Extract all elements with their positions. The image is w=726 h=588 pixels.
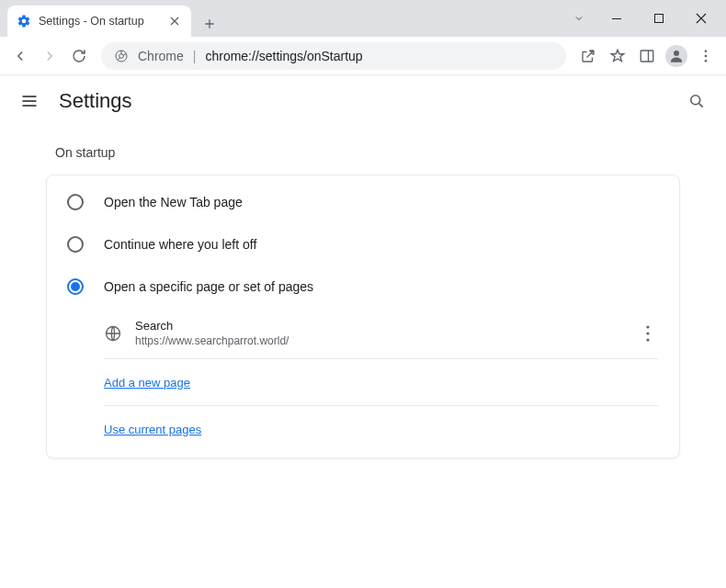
chrome-icon <box>114 49 129 63</box>
close-tab-icon[interactable] <box>167 14 182 28</box>
radio-icon <box>67 236 84 253</box>
svg-point-9 <box>705 59 708 62</box>
omnibox-url: chrome://settings/onStartup <box>205 49 362 63</box>
new-tab-button[interactable] <box>197 11 222 37</box>
omnibox-prefix: Chrome <box>138 49 184 63</box>
use-current-row: Use current pages <box>104 406 659 452</box>
svg-rect-4 <box>641 51 653 62</box>
settings-header: Settings <box>0 75 726 127</box>
page-url: https://www.searchparrot.world/ <box>135 334 624 347</box>
browser-tab[interactable]: Settings - On startup <box>7 6 191 37</box>
page-name: Search <box>135 319 624 333</box>
svg-point-14 <box>646 338 649 341</box>
share-button[interactable] <box>575 43 601 69</box>
window-titlebar: Settings - On startup <box>0 0 726 37</box>
menu-button[interactable] <box>693 43 719 69</box>
bookmark-button[interactable] <box>605 43 630 69</box>
page-title: Settings <box>59 89 132 113</box>
radio-icon <box>67 194 84 210</box>
search-settings-button[interactable] <box>686 90 708 112</box>
back-button[interactable] <box>7 43 33 69</box>
radio-label: Open a specific page or set of pages <box>104 279 313 294</box>
svg-point-6 <box>674 51 679 56</box>
gear-icon <box>17 14 31 28</box>
forward-button[interactable] <box>37 43 62 69</box>
add-page-link[interactable]: Add a new page <box>104 376 190 390</box>
omnibox-separator: | <box>193 49 197 63</box>
add-page-row: Add a new page <box>104 359 659 406</box>
reload-button[interactable] <box>66 43 92 69</box>
svg-point-7 <box>705 50 708 52</box>
profile-button[interactable] <box>664 43 689 69</box>
svg-rect-1 <box>655 15 664 23</box>
hamburger-menu-button[interactable] <box>18 90 40 112</box>
radio-open-new-tab[interactable]: Open the New Tab page <box>47 181 679 223</box>
tab-title: Settings - On startup <box>39 15 160 28</box>
close-window-button[interactable] <box>680 4 722 33</box>
side-panel-button[interactable] <box>634 43 660 69</box>
radio-label: Open the New Tab page <box>104 195 243 209</box>
globe-icon <box>104 324 122 343</box>
radio-specific-pages[interactable]: Open a specific page or set of pages <box>47 266 679 308</box>
chevron-down-icon[interactable] <box>562 4 596 33</box>
window-controls <box>562 0 726 37</box>
section-title: On startup <box>46 145 680 160</box>
page-more-button[interactable] <box>637 322 659 345</box>
svg-point-8 <box>705 54 708 57</box>
svg-point-12 <box>646 325 649 328</box>
radio-continue[interactable]: Continue where you left off <box>47 223 679 266</box>
browser-toolbar: Chrome | chrome://settings/onStartup <box>0 37 726 75</box>
address-bar[interactable]: Chrome | chrome://settings/onStartup <box>101 42 566 70</box>
svg-point-13 <box>646 332 649 334</box>
svg-rect-0 <box>612 18 621 19</box>
tab-strip: Settings - On startup <box>0 0 562 37</box>
page-info: Search https://www.searchparrot.world/ <box>135 319 624 347</box>
svg-point-10 <box>691 96 700 105</box>
avatar-icon <box>665 45 687 67</box>
radio-label: Continue where you left off <box>104 237 256 252</box>
startup-page-entry: Search https://www.searchparrot.world/ <box>104 308 659 359</box>
minimize-button[interactable] <box>596 4 638 33</box>
startup-card: Open the New Tab page Continue where you… <box>46 175 680 458</box>
use-current-link[interactable]: Use current pages <box>104 423 201 436</box>
maximize-button[interactable] <box>638 4 680 33</box>
settings-main: On startup Open the New Tab page Continu… <box>0 127 726 477</box>
specific-pages-sub: Search https://www.searchparrot.world/ A… <box>47 308 679 452</box>
radio-icon-selected <box>67 278 84 295</box>
